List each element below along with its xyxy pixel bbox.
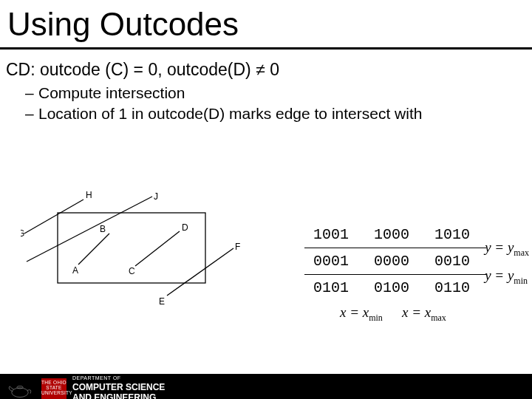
svg-line-1: [24, 200, 83, 233]
label-a: A: [72, 265, 78, 276]
svg-line-2: [27, 197, 152, 262]
outcode-cell: 1010: [426, 222, 486, 248]
dash-icon: –: [25, 105, 38, 123]
outcode-cell: 0001: [304, 248, 365, 275]
neq-symbol: ≠: [256, 60, 265, 79]
svg-point-7: [17, 386, 23, 389]
label-d: D: [182, 222, 188, 233]
label-f: F: [235, 242, 240, 252]
dept-block: DEPARTMENT OF COMPUTER SCIENCE AND ENGIN…: [72, 375, 165, 399]
label-g: G: [21, 228, 24, 239]
outcode-cell: 0000: [365, 248, 426, 275]
ymin-label: y = ymin: [485, 267, 528, 287]
table-row: 0001 0000 0010: [304, 248, 486, 275]
case-line: CD: outcode (C) = 0, outcode(D) ≠ 0: [6, 60, 532, 80]
dept-lead: DEPARTMENT OF: [72, 375, 165, 381]
table-row: 0101 0100 0110: [304, 275, 486, 301]
xmax-label: x = xmax: [402, 304, 446, 324]
label-b: B: [100, 224, 106, 234]
outcode-cell: 1001: [304, 222, 365, 248]
label-c: C: [129, 266, 135, 276]
dept-line2: AND ENGINEERING: [72, 392, 165, 399]
osu-line1: THE OHIO: [41, 380, 66, 385]
outcode-cell: 1000: [365, 222, 426, 248]
osu-logo: THE OHIO STATE UNIVERSITY: [41, 378, 66, 399]
dash-icon: –: [25, 84, 38, 102]
slide-title: Using Outcodes: [7, 6, 532, 43]
footer-bar: THE OHIO STATE UNIVERSITY DEPARTMENT OF …: [0, 374, 532, 399]
osu-line3: UNIVERSITY: [41, 390, 66, 395]
case-suffix: 0: [265, 60, 279, 79]
title-underline: [0, 47, 532, 50]
xmin-label: x = xmin: [340, 304, 383, 324]
outcode-cell: 0101: [304, 275, 365, 301]
svg-point-6: [12, 388, 28, 398]
clipping-diagram: G H I J A B C D E F: [21, 191, 250, 316]
label-e: E: [159, 296, 165, 307]
osu-line2: STATE: [41, 385, 66, 390]
label-h: H: [86, 191, 92, 200]
svg-line-4: [135, 231, 180, 266]
dept-line1: COMPUTER SCIENCE: [72, 382, 165, 392]
ymax-label: y = ymax: [485, 239, 529, 259]
svg-line-5: [167, 248, 233, 296]
sub-bullet-2-text: Location of 1 in outcode(D) marks edge t…: [38, 105, 422, 122]
case-prefix: CD: outcode (C) = 0, outcode(D): [6, 60, 256, 79]
sub-bullet-1: –Compute intersection: [25, 84, 532, 102]
label-j: J: [154, 191, 158, 202]
outcode-cell: 0100: [365, 275, 426, 301]
sub-bullet-1-text: Compute intersection: [38, 84, 185, 101]
table-row: 1001 1000 1010: [304, 222, 486, 248]
outcode-cell: 0110: [426, 275, 486, 301]
outcode-cell: 0010: [426, 248, 486, 275]
outcode-table: 1001 1000 1010 0001 0000 0010 0101 0100 …: [304, 222, 486, 301]
svg-line-3: [78, 233, 109, 265]
teapot-icon: [4, 378, 35, 399]
sub-bullet-2: –Location of 1 in outcode(D) marks edge …: [25, 105, 532, 123]
